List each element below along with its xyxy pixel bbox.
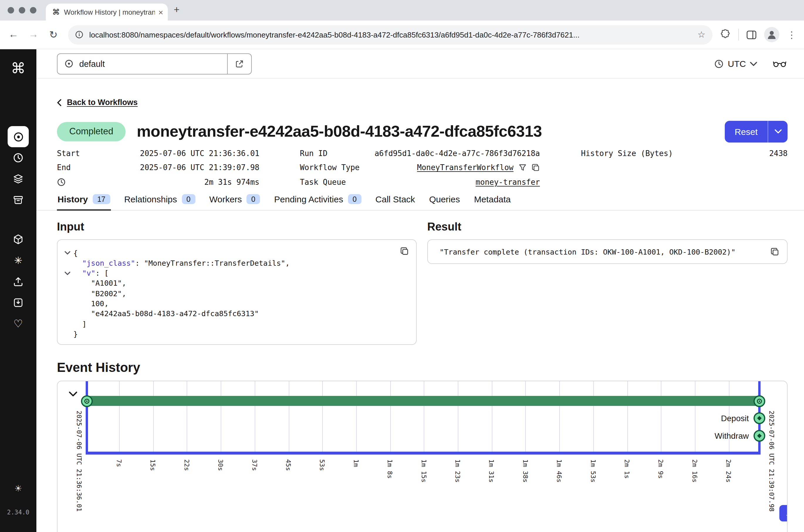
timeline-start-line: [86, 382, 88, 455]
window-close-button[interactable]: [7, 7, 14, 14]
workflow-execution-bar[interactable]: [87, 396, 760, 406]
code-text: "v": [: [73, 269, 109, 278]
reset-button[interactable]: Reset: [725, 120, 768, 142]
forward-icon[interactable]: →: [23, 29, 43, 40]
tab-call-stack[interactable]: Call Stack: [375, 190, 415, 211]
menu-kebab-icon[interactable]: ⋮: [787, 29, 797, 40]
timezone-select[interactable]: UTC: [714, 59, 757, 69]
workflows-icon: [13, 131, 24, 142]
sidebar-item-import[interactable]: [7, 292, 29, 313]
tab-close-icon[interactable]: ×: [158, 7, 163, 17]
code-line: "A1001",: [64, 278, 393, 289]
grid-line: [695, 382, 695, 454]
collapse-toggle-icon[interactable]: [64, 251, 73, 254]
tab-count-badge: 17: [92, 194, 110, 204]
meta-row-task-queue: Task Queue money-transfer: [300, 175, 540, 189]
timeline-start-timestamp: 2025-07-06 UTC 21:36:36.01: [75, 411, 83, 512]
grid-line: [491, 382, 492, 454]
tab-label: Workers: [209, 194, 242, 204]
cube-icon: [13, 234, 23, 245]
url-text[interactable]: localhost:8080/namespaces/default/workfl…: [89, 30, 692, 39]
tick-label: 53s: [318, 459, 326, 471]
tab-label: Pending Activities: [274, 194, 343, 204]
new-tab-button[interactable]: +: [174, 4, 180, 16]
side-panel-icon[interactable]: [747, 30, 756, 39]
namespace-select[interactable]: default: [57, 53, 228, 74]
copy-result-icon[interactable]: [770, 248, 779, 256]
reload-icon[interactable]: ↻: [43, 28, 63, 41]
tab-workers[interactable]: Workers0: [209, 190, 261, 211]
upload-icon: [13, 276, 23, 287]
start-value: 2025-07-06 UTC 21:36:36.01: [140, 149, 259, 158]
url-bar[interactable]: localhost:8080/namespaces/default/workfl…: [68, 25, 712, 44]
sidebar-item-batch[interactable]: [7, 168, 29, 189]
back-link-label: Back to Workflows: [67, 98, 137, 107]
status-badge: Completed: [57, 122, 126, 141]
back-icon[interactable]: ←: [3, 29, 23, 40]
download-icon: ↓: [785, 508, 788, 519]
result-value: "Transfer complete (transaction IDs: OKW…: [440, 248, 735, 256]
input-json-box: {"json_class": "MoneyTransfer::TransferD…: [57, 240, 417, 345]
tab-history[interactable]: History17: [57, 190, 111, 211]
sidebar-item-workflows[interactable]: [7, 126, 29, 147]
grid-line: [187, 382, 187, 454]
tick-label: 2m 24s: [725, 459, 732, 483]
grid-line: [288, 382, 289, 454]
import-icon: [13, 297, 23, 308]
tab-label: Metadata: [474, 194, 510, 204]
tick-label: 1m 53s: [589, 459, 597, 483]
collapse-toggle-icon[interactable]: [64, 271, 73, 275]
sidebar-item-archive[interactable]: [7, 189, 29, 211]
code-text: ]: [73, 319, 87, 328]
sidebar-item-schedules[interactable]: [7, 147, 29, 168]
result-box: "Transfer complete (transaction IDs: OKW…: [427, 240, 788, 264]
grid-line: [525, 382, 526, 454]
sidebar-item-nexus[interactable]: ✳: [7, 250, 29, 271]
code-text: "A1001",: [73, 279, 126, 288]
tab-metadata[interactable]: Metadata: [473, 190, 511, 211]
namespace-name: default: [79, 59, 105, 68]
tab-relationships[interactable]: Relationships0: [124, 190, 196, 211]
theme-toggle-sun-icon[interactable]: ☀: [0, 483, 36, 494]
tab-pending-activities[interactable]: Pending Activities0: [274, 190, 362, 211]
tick-label: 1m: [352, 459, 360, 468]
sidebar-item-deployments[interactable]: [7, 229, 29, 250]
heart-icon: ♡: [14, 317, 23, 330]
browser-tab[interactable]: ⌘ Workflow History | moneytran ×: [46, 3, 168, 21]
bookmark-icon[interactable]: ☆: [697, 29, 705, 40]
tick-label: 1m 46s: [555, 459, 563, 483]
workflow-type-link[interactable]: MoneyTransferWorkflow: [417, 163, 513, 172]
labs-glasses-icon[interactable]: [773, 60, 786, 68]
copy-workflow-type-icon[interactable]: [532, 164, 540, 172]
code-line: "B2002",: [64, 288, 393, 299]
download-button[interactable]: ↓: [779, 505, 788, 522]
workflow-tabs: History17Relationships0Workers0Pending A…: [36, 190, 804, 210]
task-queue-link[interactable]: money-transfer: [476, 177, 540, 186]
reset-dropdown-button[interactable]: [768, 120, 788, 142]
sidebar-nav-primary: [0, 126, 36, 211]
sidebar: ⌘: [0, 49, 36, 532]
temporal-logo: ⌘: [0, 60, 36, 77]
copy-input-icon[interactable]: [400, 247, 409, 256]
filter-icon[interactable]: [519, 164, 526, 172]
sidebar-item-export[interactable]: [7, 271, 29, 292]
site-info-icon[interactable]: [75, 31, 83, 39]
tab-queries[interactable]: Queries: [428, 190, 461, 211]
profile-avatar[interactable]: [764, 27, 779, 42]
clock-icon: [714, 59, 724, 68]
back-to-workflows-link[interactable]: Back to Workflows: [57, 98, 137, 107]
tab-count-badge: 0: [246, 194, 260, 204]
grid-line: [221, 382, 221, 454]
sidebar-item-feedback[interactable]: ♡: [7, 313, 29, 334]
code-text: "B2002",: [73, 289, 126, 298]
grid-line: [661, 382, 661, 454]
window-minimize-button[interactable]: [19, 7, 25, 14]
namespace-open-button[interactable]: [228, 53, 252, 74]
code-text: "json_class": "MoneyTransfer::TransferDe…: [73, 259, 289, 267]
timeline-collapse-icon[interactable]: [69, 389, 77, 400]
timeline-baseline: [86, 452, 761, 455]
history-size-value: 2438: [769, 149, 788, 158]
window-zoom-button[interactable]: [30, 7, 36, 14]
extensions-icon[interactable]: [720, 29, 731, 40]
grid-line: [627, 382, 628, 454]
